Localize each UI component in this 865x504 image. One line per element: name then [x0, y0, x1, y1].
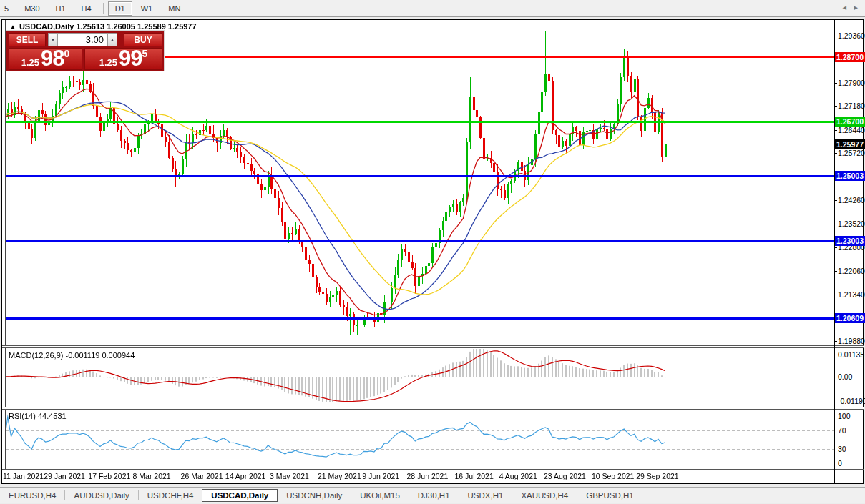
price-tick-label: 1.24260 — [838, 196, 865, 204]
tabs-scroll-right-icon[interactable]: ▸ — [854, 3, 858, 12]
price-tick-mark — [834, 247, 837, 248]
price-tick-mark — [834, 36, 837, 36]
price-tick-mark — [834, 83, 837, 84]
sell-price-prefix: 1.25 — [21, 57, 39, 68]
tab-usdcad[interactable]: USDCAD,Daily — [202, 489, 278, 502]
price-tick-label: 1.22060 — [838, 267, 865, 275]
price-badge: 1.25003 — [835, 171, 865, 181]
price-badge: 1.26700 — [835, 117, 865, 127]
date-tick-label: 17 Feb 2021 — [88, 472, 130, 480]
date-tick-label: 14 Apr 2021 — [225, 472, 266, 480]
tab-dj30[interactable]: DJ30,H1 — [409, 489, 459, 502]
tab-ukoil[interactable]: UKOil,M15 — [351, 489, 409, 502]
volume-increase-button[interactable]: ▲ — [107, 33, 117, 46]
panel-separator[interactable] — [2, 345, 864, 348]
volume-decrease-button[interactable]: ▼ — [48, 33, 58, 46]
price-tick-mark — [834, 341, 837, 342]
timeframe-button-m30[interactable]: M30 — [17, 1, 47, 16]
date-tick-label: 3 May 2021 — [270, 472, 309, 480]
date-tick-label: 16 Jul 2021 — [454, 472, 493, 480]
price-tick-mark — [834, 271, 837, 272]
date-tick-label: 8 Mar 2021 — [133, 472, 171, 480]
timeframe-button-h1[interactable]: H1 — [49, 1, 73, 16]
date-tick-label: 23 Aug 2021 — [544, 472, 586, 480]
buy-price-quote[interactable]: 1.25 99 5 — [84, 48, 162, 70]
rsi-axis-label: 70 — [838, 426, 846, 435]
price-tick-mark — [834, 106, 837, 107]
price-badge: 1.25977 — [835, 139, 865, 149]
macd-axis-label: 0.00 — [838, 372, 852, 381]
buy-price-point: 5 — [142, 49, 148, 58]
price-axis-border — [834, 20, 835, 484]
buy-price-pips: 99 — [119, 49, 142, 68]
tabs-scroll-left-icon[interactable]: ◂ — [842, 3, 846, 12]
panel-separator — [2, 469, 864, 470]
toolbar-separator — [192, 3, 192, 14]
timeframe-button-5[interactable]: 5 — [0, 1, 16, 16]
price-badge: 1.23003 — [835, 236, 865, 246]
macd-indicator-label: MACD(12,26,9) -0.001119 0.000944 — [9, 351, 135, 360]
date-tick-label: 10 Sep 2021 — [592, 472, 635, 480]
date-tick-label: 26 Mar 2021 — [181, 472, 223, 480]
toolbar-separator — [103, 3, 104, 14]
price-tick-label: 1.27180 — [838, 102, 865, 110]
timeframe-button-w1[interactable]: W1 — [134, 1, 160, 16]
price-tick-label: 1.26440 — [838, 126, 865, 134]
panel-separator[interactable] — [2, 407, 864, 410]
tab-eurusd[interactable]: EURUSD,H4 — [0, 489, 64, 502]
tab-usdx[interactable]: USDX,H1 — [459, 489, 512, 502]
timeframe-button-h4[interactable]: H4 — [74, 1, 99, 16]
tab-gbpusd[interactable]: GBPUSD,H1 — [577, 489, 642, 502]
buy-button[interactable]: BUY — [124, 33, 162, 46]
price-tick-mark — [834, 153, 837, 154]
price-tick-label: 1.25720 — [838, 149, 865, 157]
buy-price-prefix: 1.25 — [99, 57, 117, 68]
price-tick-mark — [834, 130, 837, 131]
price-tick-label: 1.27900 — [838, 79, 865, 87]
sell-button[interactable]: SELL — [9, 33, 46, 46]
price-tick-label: 1.23520 — [838, 219, 865, 228]
date-tick-label: 9 Jun 2021 — [362, 472, 399, 480]
one-click-trade-panel: SELL ▼ 3.00 ▲ BUY 1.25 98 0 1.25 99 5 — [6, 30, 165, 71]
collapse-icon[interactable]: ▲ — [10, 24, 16, 30]
timeframe-toolbar: 5M30H1H4D1W1MN — [0, 0, 865, 17]
sell-price-quote[interactable]: 1.25 98 0 — [9, 48, 82, 70]
tab-usdchf[interactable]: USDCHF,H4 — [139, 489, 202, 502]
sell-price-pips: 98 — [41, 49, 64, 68]
chart-tab-bar: EURUSD,H4AUDUSD,DailyUSDCHF,H4USDCAD,Dai… — [0, 487, 865, 503]
tab-xauusd[interactable]: XAUUSD,H4 — [512, 489, 577, 502]
macd-axis-label: -0.011904 — [838, 397, 865, 405]
timeframe-button-d1[interactable]: D1 — [108, 1, 132, 16]
date-tick-label: 29 Sep 2021 — [636, 472, 679, 480]
price-badge: 1.20609 — [835, 313, 865, 323]
price-tick-label: 1.19880 — [838, 337, 865, 345]
rsi-indicator-label: RSI(14) 44.4531 — [9, 412, 67, 420]
date-tick-label: 4 Aug 2021 — [499, 472, 537, 480]
volume-input[interactable]: 3.00 — [58, 33, 107, 46]
rsi-axis-label: 30 — [838, 445, 846, 453]
price-tick-label: 1.21340 — [838, 290, 865, 299]
price-badge: 1.28700 — [835, 52, 865, 62]
rsi-axis-label: 100 — [838, 412, 851, 420]
price-tick-label: 1.29360 — [838, 31, 865, 40]
price-tick-mark — [834, 295, 837, 295]
sell-price-point: 0 — [64, 49, 70, 58]
date-tick-label: 21 May 2021 — [318, 472, 361, 480]
date-tick-label: 29 Jan 2021 — [44, 472, 85, 480]
date-tick-label: 28 Jun 2021 — [406, 472, 448, 480]
date-tick-label: 11 Jan 2021 — [3, 472, 44, 480]
rsi-panel-canvas[interactable] — [6, 410, 834, 468]
macd-axis-label: 0.01135 — [838, 350, 864, 359]
price-tick-mark — [834, 224, 837, 224]
tab-audusd[interactable]: AUDUSD,Daily — [65, 489, 137, 502]
price-tick-mark — [834, 200, 837, 201]
timeframe-button-mn[interactable]: MN — [161, 1, 187, 16]
rsi-axis-label: 0 — [838, 459, 842, 468]
tab-usdcnh[interactable]: USDCNH,Daily — [278, 489, 351, 502]
